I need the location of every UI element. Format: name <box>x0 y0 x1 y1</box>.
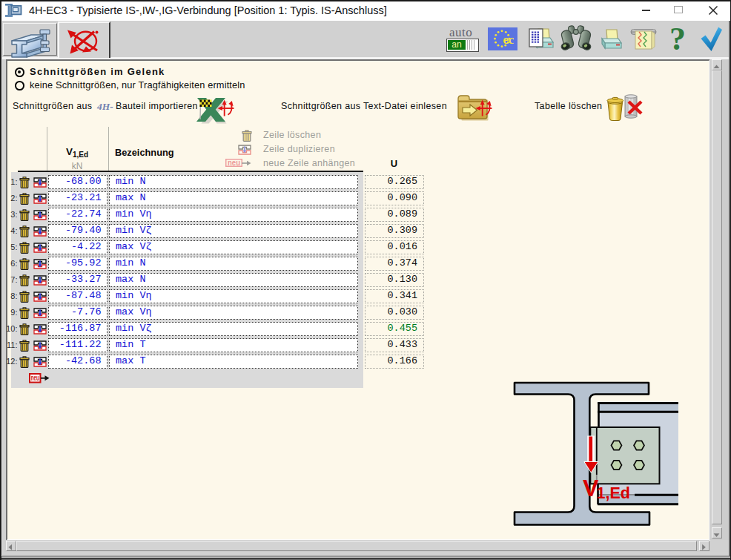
svg-text:1,Ed: 1,Ed <box>597 484 630 502</box>
svg-text:neu: neu <box>31 374 39 382</box>
svg-text:neu: neu <box>228 159 240 167</box>
svg-text:ec: ec <box>503 33 515 47</box>
